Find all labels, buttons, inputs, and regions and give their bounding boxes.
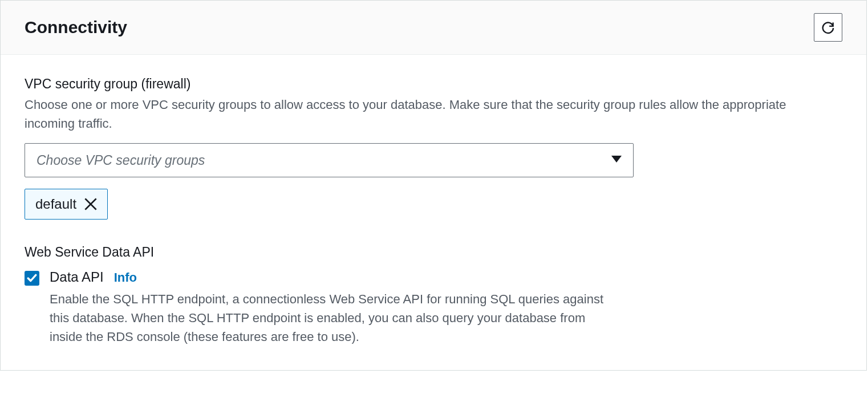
panel-body: VPC security group (firewall) Choose one… <box>1 55 866 370</box>
data-api-section-label: Web Service Data API <box>25 245 842 260</box>
vpc-label: VPC security group (firewall) <box>25 76 842 92</box>
panel-title: Connectivity <box>25 18 127 37</box>
data-api-content: Data API Info Enable the SQL HTTP endpoi… <box>50 269 842 346</box>
data-api-checkbox-row: Data API Info Enable the SQL HTTP endpoi… <box>25 269 842 346</box>
data-api-section: Web Service Data API Data API Info Enabl… <box>25 245 842 346</box>
vpc-select-wrap: Choose VPC security groups <box>25 143 634 177</box>
data-api-description: Enable the SQL HTTP endpoint, a connecti… <box>50 290 609 346</box>
vpc-section: VPC security group (firewall) Choose one… <box>25 76 842 245</box>
vpc-security-group-select[interactable]: Choose VPC security groups <box>25 143 634 177</box>
data-api-checkbox-label: Data API <box>50 269 104 285</box>
data-api-info-link[interactable]: Info <box>114 270 137 285</box>
vpc-description: Choose one or more VPC security groups t… <box>25 95 812 133</box>
data-api-checkbox[interactable] <box>25 271 39 286</box>
close-icon[interactable] <box>84 198 97 210</box>
vpc-select-placeholder: Choose VPC security groups <box>36 153 205 168</box>
chevron-down-icon <box>611 154 622 166</box>
vpc-token-default[interactable]: default <box>25 189 108 220</box>
refresh-icon <box>821 19 835 36</box>
vpc-token-label: default <box>35 196 76 212</box>
refresh-button[interactable] <box>814 13 842 42</box>
data-api-title-row: Data API Info <box>50 269 842 285</box>
panel-header: Connectivity <box>1 1 866 55</box>
connectivity-panel: Connectivity VPC security group (firewal… <box>0 0 867 371</box>
